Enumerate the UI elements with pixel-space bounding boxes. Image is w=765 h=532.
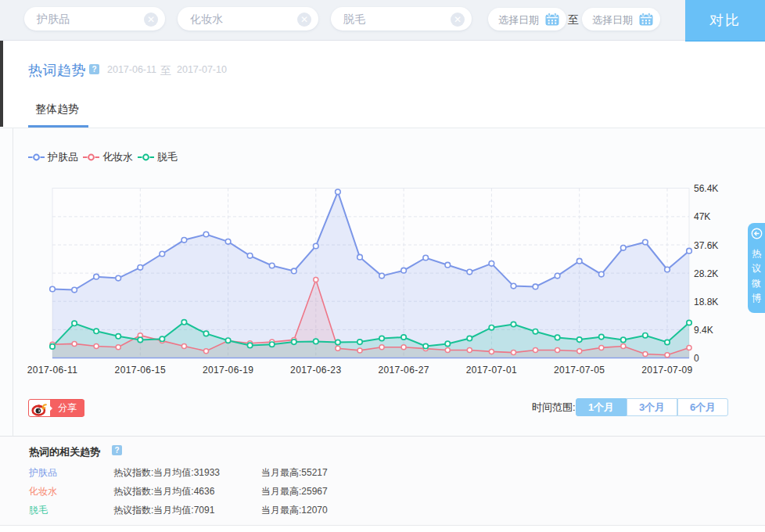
svg-text:18.8K: 18.8K bbox=[694, 297, 718, 307]
svg-text:28.2K: 28.2K bbox=[694, 268, 718, 279]
svg-text:0: 0 bbox=[694, 353, 699, 364]
svg-text:37.6K: 37.6K bbox=[694, 240, 718, 251]
svg-text:9.4K: 9.4K bbox=[694, 325, 713, 336]
svg-text:2017-07-05: 2017-07-05 bbox=[554, 365, 605, 376]
svg-text:2017-06-23: 2017-06-23 bbox=[290, 365, 341, 376]
svg-text:2017-06-11: 2017-06-11 bbox=[27, 365, 78, 376]
svg-text:2017-07-01: 2017-07-01 bbox=[466, 365, 517, 376]
svg-text:56.4K: 56.4K bbox=[694, 183, 718, 194]
svg-text:2017-06-15: 2017-06-15 bbox=[115, 365, 166, 376]
svg-text:2017-06-27: 2017-06-27 bbox=[378, 365, 429, 376]
svg-text:2017-07-09: 2017-07-09 bbox=[641, 365, 692, 376]
svg-text:47K: 47K bbox=[694, 211, 710, 222]
svg-text:2017-06-19: 2017-06-19 bbox=[203, 365, 253, 376]
